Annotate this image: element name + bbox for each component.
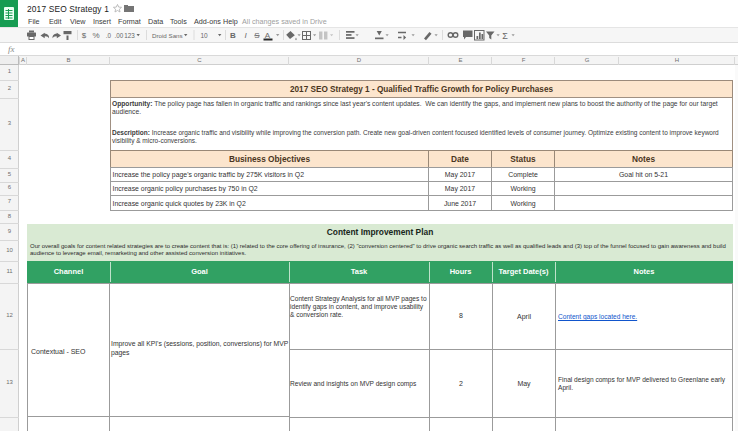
svg-text:$: $ <box>82 31 87 40</box>
svg-text:%: % <box>92 31 99 40</box>
svg-text:.00: .00 <box>115 32 124 39</box>
svg-text:.0: .0 <box>106 32 112 39</box>
svg-text:I: I <box>244 31 247 40</box>
svg-text:10: 10 <box>200 32 208 39</box>
svg-text:Σ: Σ <box>502 31 508 41</box>
svg-text:123: 123 <box>124 32 135 39</box>
svg-text:Droid Sans: Droid Sans <box>152 32 183 39</box>
svg-text:S: S <box>254 31 259 40</box>
svg-text:A: A <box>265 31 271 40</box>
svg-text:B: B <box>230 31 236 40</box>
